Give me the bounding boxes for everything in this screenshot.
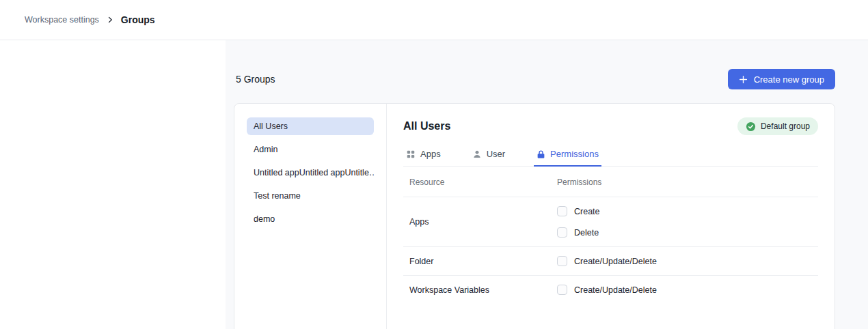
permissions-table-header: Resource Permissions (403, 167, 818, 197)
group-title: All Users (403, 120, 450, 132)
tab-permissions-label: Permissions (550, 149, 599, 159)
column-header-permissions: Permissions (557, 177, 601, 187)
checkbox-apps-create[interactable] (557, 206, 567, 216)
content-header: 5 Groups Create new group (234, 69, 835, 89)
tab-apps-label: Apps (420, 149, 441, 159)
group-list: All Users Admin Untitled appUntitled app… (234, 104, 387, 329)
create-new-group-label: Create new group (754, 74, 824, 85)
tab-user-label: User (487, 149, 505, 159)
top-header: Workspace settings Groups (0, 0, 868, 40)
group-detail-panel: All Users Default group (387, 104, 835, 329)
check-circle-icon (746, 121, 756, 132)
plus-icon (739, 75, 748, 84)
left-sidebar-area (0, 40, 226, 329)
groups-count-label: 5 Groups (236, 74, 275, 85)
page-body: 5 Groups Create new group All Users Admi… (0, 40, 868, 329)
group-item-test-rename[interactable]: Test rename (247, 187, 374, 205)
table-row-apps: Apps Create Delete (403, 197, 818, 247)
group-item-all-users[interactable]: All Users (247, 117, 374, 135)
group-item-admin[interactable]: Admin (247, 141, 374, 158)
tab-user[interactable]: User (470, 146, 508, 166)
checkbox-apps-delete[interactable] (557, 227, 567, 238)
breadcrumb-current: Groups (121, 14, 155, 25)
permission-label-folder-cud: Create/Update/Delete (574, 257, 657, 266)
table-row-folder: Folder Create/Update/Delete (403, 247, 818, 276)
chevron-right-icon (106, 16, 114, 24)
permission-option-create: Create (557, 206, 600, 216)
checkbox-workspace-variables-create-update-delete[interactable] (557, 285, 567, 295)
group-item-untitled-app[interactable]: Untitled appUntitled appUntitle… (247, 164, 374, 182)
resource-label-folder: Folder (409, 257, 557, 266)
folder-permission-options: Create/Update/Delete (557, 256, 657, 266)
permission-option-folder-cud: Create/Update/Delete (557, 256, 657, 266)
resource-label-workspace-variables: Workspace Variables (409, 285, 557, 295)
create-new-group-button[interactable]: Create new group (728, 69, 835, 89)
group-item-demo[interactable]: demo (247, 210, 374, 228)
groups-content: 5 Groups Create new group All Users Admi… (226, 40, 868, 329)
permission-label-delete: Delete (574, 228, 599, 238)
permission-option-delete: Delete (557, 227, 600, 238)
column-header-resource: Resource (409, 177, 557, 187)
default-group-badge: Default group (737, 117, 818, 135)
table-row-workspace-variables: Workspace Variables Create/Update/Delete (403, 276, 818, 304)
lock-icon (537, 149, 545, 159)
apps-permission-options: Create Delete (557, 206, 600, 238)
tab-permissions[interactable]: Permissions (534, 146, 601, 166)
permission-label-create: Create (574, 207, 600, 216)
permissions-table: Resource Permissions Apps Create (403, 167, 818, 304)
resource-label-apps: Apps (409, 217, 557, 227)
group-detail-header: All Users Default group (403, 117, 818, 135)
permission-option-wsvar-cud: Create/Update/Delete (557, 285, 657, 295)
breadcrumb-workspace-settings[interactable]: Workspace settings (25, 15, 99, 25)
user-icon (472, 149, 482, 159)
breadcrumb: Workspace settings Groups (25, 14, 155, 25)
tab-apps[interactable]: Apps (403, 146, 444, 166)
default-group-badge-label: Default group (761, 121, 810, 131)
workspace-variables-permission-options: Create/Update/Delete (557, 285, 657, 295)
workspace-settings-groups-page: Workspace settings Groups 5 Groups Creat… (0, 0, 868, 329)
apps-grid-icon (406, 149, 416, 159)
groups-card: All Users Admin Untitled appUntitled app… (234, 103, 835, 329)
permission-label-wsvar-cud: Create/Update/Delete (574, 285, 657, 295)
checkbox-folder-create-update-delete[interactable] (557, 256, 567, 266)
detail-tabs: Apps User Permissions (403, 146, 818, 167)
